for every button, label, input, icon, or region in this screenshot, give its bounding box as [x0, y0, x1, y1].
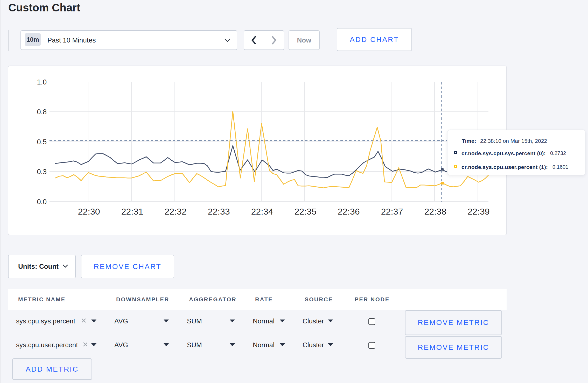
svg-text:22:30: 22:30 [78, 207, 100, 216]
svg-text:22:37: 22:37 [381, 207, 403, 216]
svg-text:0.3: 0.3 [37, 168, 47, 176]
svg-text:22:38: 22:38 [424, 207, 446, 216]
svg-text:0.5: 0.5 [37, 138, 47, 146]
svg-text:22:35: 22:35 [294, 207, 316, 216]
svg-text:1.0: 1.0 [37, 78, 47, 86]
svg-text:22:36: 22:36 [338, 207, 360, 216]
svg-text:22:33: 22:33 [208, 207, 230, 216]
svg-text:22:34: 22:34 [251, 207, 273, 216]
svg-text:22:39: 22:39 [467, 207, 489, 216]
svg-text:22:32: 22:32 [164, 207, 186, 216]
svg-text:0.8: 0.8 [37, 108, 47, 116]
svg-text:22:31: 22:31 [121, 207, 143, 216]
svg-text:0.0: 0.0 [37, 198, 47, 206]
